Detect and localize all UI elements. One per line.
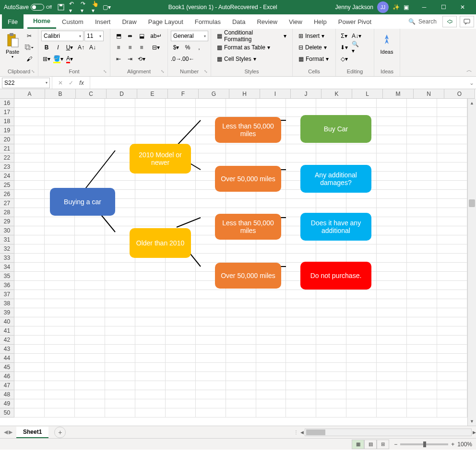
cut-button[interactable]: ✂ (24, 31, 35, 41)
formula-input[interactable] (90, 77, 467, 89)
tab-insert[interactable]: Insert (89, 14, 117, 29)
delete-cells-button[interactable]: ⊟Delete ▾ (296, 42, 333, 53)
row-header-46[interactable]: 46 (0, 372, 14, 381)
node-b-over[interactable]: Over 50,000 miles (215, 263, 281, 289)
node-root[interactable]: Buying a car (50, 188, 115, 216)
tab-page-layout[interactable]: Page Layout (143, 14, 189, 29)
cells-area[interactable] (14, 99, 467, 426)
font-launcher[interactable]: ⤡ (103, 69, 107, 74)
align-center-button[interactable]: ≡ (125, 42, 135, 53)
column-header-K[interactable]: K (321, 89, 352, 99)
name-box[interactable]: S22▾ (2, 78, 50, 88)
zoom-slider[interactable] (400, 443, 448, 445)
currency-button[interactable]: $▾ (171, 42, 181, 53)
tab-custom[interactable]: Custom (56, 14, 89, 29)
share-button[interactable] (442, 16, 457, 27)
row-header-40[interactable]: 40 (0, 317, 14, 326)
tab-draw[interactable]: Draw (116, 14, 142, 29)
select-all-corner[interactable] (0, 89, 14, 99)
scroll-up-button[interactable]: ▲ (468, 99, 476, 107)
scroll-down-button[interactable]: ▼ (468, 417, 476, 426)
row-header-49[interactable]: 49 (0, 399, 14, 408)
node-b-less[interactable]: Less than 50,000 miles (215, 214, 281, 240)
align-top-button[interactable]: ⬒ (113, 31, 124, 41)
cell-styles-button[interactable]: ▦Cell Styles ▾ (214, 54, 289, 64)
row-header-36[interactable]: 36 (0, 281, 14, 290)
column-header-O[interactable]: O (444, 89, 475, 99)
align-bottom-button[interactable]: ⬓ (136, 31, 147, 41)
column-header-N[interactable]: N (414, 89, 444, 99)
formula-expand-button[interactable]: ⌄ (467, 80, 476, 86)
row-header-18[interactable]: 18 (0, 117, 14, 126)
tab-home[interactable]: Home (27, 14, 56, 29)
font-size-combo[interactable]: 11▾ (84, 31, 104, 41)
row-header-25[interactable]: 25 (0, 181, 14, 190)
row-header-22[interactable]: 22 (0, 153, 14, 162)
increase-font-button[interactable]: A↑ (76, 42, 86, 53)
underline-button[interactable]: U▾ (64, 42, 75, 53)
bold-button[interactable]: B (41, 42, 52, 53)
row-header-33[interactable]: 33 (0, 254, 14, 263)
zoom-in-button[interactable]: + (451, 441, 454, 448)
column-header-E[interactable]: E (137, 89, 168, 99)
autosave-toggle[interactable]: AutoSave Off (4, 4, 52, 11)
node-branch-a[interactable]: 2010 Model or newer (130, 144, 191, 174)
paste-button[interactable]: Paste ▾ (3, 31, 22, 60)
sheet-tab-1[interactable]: Sheet1 (16, 427, 48, 438)
column-header-H[interactable]: H (229, 89, 260, 99)
zoom-level[interactable]: 100% (457, 441, 472, 448)
row-header-37[interactable]: 37 (0, 290, 14, 299)
conditional-formatting-button[interactable]: ▦Conditional Formatting ▾ (214, 31, 289, 41)
touch-mode-icon[interactable]: 👆▾ (92, 4, 99, 11)
row-header-35[interactable]: 35 (0, 272, 14, 281)
comma-button[interactable]: , (194, 42, 204, 53)
row-header-43[interactable]: 43 (0, 345, 14, 354)
row-header-21[interactable]: 21 (0, 144, 14, 153)
fill-button[interactable]: ⬇▾ (339, 42, 349, 53)
row-header-47[interactable]: 47 (0, 381, 14, 390)
save-icon[interactable] (58, 4, 64, 11)
align-middle-button[interactable]: ⬌ (125, 31, 135, 41)
increase-indent-button[interactable]: ⇥ (125, 54, 135, 64)
row-header-39[interactable]: 39 (0, 308, 14, 317)
column-header-D[interactable]: D (107, 89, 137, 99)
row-header-31[interactable]: 31 (0, 235, 14, 244)
row-header-29[interactable]: 29 (0, 217, 14, 226)
tab-formulas[interactable]: Formulas (189, 14, 226, 29)
row-header-27[interactable]: 27 (0, 199, 14, 208)
node-outcome-additional[interactable]: Does it have any additional (300, 213, 371, 241)
wrap-text-button[interactable]: ab↵ (149, 31, 163, 41)
vertical-scrollbar[interactable]: ▲ ▼ (467, 99, 476, 426)
row-header-50[interactable]: 50 (0, 408, 14, 418)
add-sheet-button[interactable]: + (54, 427, 66, 438)
enter-formula-button[interactable]: ✓ (67, 79, 75, 87)
tab-view[interactable]: View (283, 14, 308, 29)
format-as-table-button[interactable]: ▦Format as Table ▾ (214, 42, 289, 53)
insert-cells-button[interactable]: ⊞Insert ▾ (296, 31, 333, 41)
column-header-C[interactable]: C (76, 89, 107, 99)
italic-button[interactable]: I (53, 42, 63, 53)
tab-power-pivot[interactable]: Power Pivot (333, 14, 377, 29)
undo-icon[interactable]: ↶ ▾ (69, 4, 76, 11)
row-header-34[interactable]: 34 (0, 263, 14, 272)
merge-button[interactable]: ⊟▾ (149, 42, 163, 53)
percent-button[interactable]: % (182, 42, 193, 53)
find-select-button[interactable]: 🔍▾ (351, 42, 362, 53)
tab-file[interactable]: File (2, 14, 24, 29)
row-header-48[interactable]: 48 (0, 390, 14, 399)
sort-filter-button[interactable]: A↓▾ (351, 31, 362, 41)
hscroll-split[interactable]: ⋮ (294, 429, 298, 435)
column-header-A[interactable]: A (14, 89, 45, 99)
vscroll-thumb[interactable] (469, 199, 475, 207)
column-header-J[interactable]: J (291, 89, 321, 99)
tab-review[interactable]: Review (251, 14, 283, 29)
font-name-combo[interactable]: Calibri▾ (41, 31, 83, 41)
zoom-out-button[interactable]: − (394, 441, 397, 448)
increase-decimal-button[interactable]: .0→ (171, 54, 181, 64)
clear-button[interactable]: ◇▾ (339, 54, 349, 64)
column-header-L[interactable]: L (352, 89, 383, 99)
redo-icon[interactable]: ↷ ▾ (81, 4, 87, 11)
row-header-17[interactable]: 17 (0, 108, 14, 117)
horizontal-scrollbar[interactable] (305, 429, 472, 436)
row-header-19[interactable]: 19 (0, 126, 14, 135)
